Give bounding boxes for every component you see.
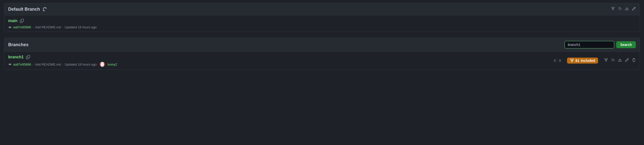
branch1-updated: Updated 18 hours ago [65,62,97,66]
default-branch-label: Default Branch [8,7,40,12]
branch1-info: branch1 aa87e95886 · Add README.md · Upd… [8,54,554,67]
branch1-rss-icon[interactable] [611,58,615,63]
branch1-commit-hash[interactable]: aa87e95886 [13,62,31,66]
copy-branch-name-button[interactable] [19,18,25,24]
branches-title: Branches [8,42,28,48]
branches-header: Branches Search [4,38,640,52]
branch-search-container: Search [564,41,636,48]
branch1-download-icon[interactable] [618,58,622,63]
default-branch-section: Default Branch [4,3,640,32]
branch1-delete-icon[interactable] [632,58,636,63]
branch1-name[interactable]: branch1 [8,55,24,59]
branch1-author[interactable]: lunny2 [108,62,117,66]
edit-icon[interactable] [632,7,636,12]
branch1-ahead: 0 [554,58,556,62]
svg-point-3 [9,64,11,65]
default-branch-title: Default Branch [8,6,48,12]
main-commit-message: Add README.md [35,25,61,29]
included-count: 81 [576,58,580,62]
main-commit-sep: · [32,25,34,29]
lifebuoy-icon [100,62,105,67]
main-branch-top: main [8,18,636,24]
main-branch-info: main aa87e95886 · Add README.md · Update… [8,18,636,29]
branch1-edit-icon[interactable] [625,58,629,63]
branches-label: Branches [8,42,28,48]
download-icon[interactable] [625,7,629,12]
branch1-top: branch1 [8,54,554,60]
branch1-commit-sep: · [32,62,34,66]
branch1-diverge-counts: 0 0 [554,58,561,63]
branches-section: Branches Search branch1 a [4,38,640,70]
included-fork-icon [570,58,574,62]
branch-search-input[interactable] [564,41,614,48]
branch1-commit-sep2: · [62,62,63,66]
branch1-actions [604,58,636,63]
main-branch-row: main aa87e95886 · Add README.md · Update… [4,16,640,32]
branch1-commit-message: Add README.md [35,62,61,66]
search-button[interactable]: Search [616,41,636,48]
refresh-button[interactable] [42,6,48,12]
main-branch-name[interactable]: main [8,18,18,23]
included-label: Included [581,58,595,62]
refresh-icon [43,7,47,11]
rss-icon[interactable] [618,7,622,12]
avatar [100,62,105,67]
main-updated: Updated 18 hours ago [65,25,97,29]
svg-point-0 [9,26,11,28]
default-branch-header: Default Branch [4,3,640,16]
branch1-meta: aa87e95886 · Add README.md · Updated 18 … [8,62,554,67]
main-commit-sep2: · [62,25,63,29]
copy-branch1-name-button[interactable] [25,54,31,60]
branch1-behind: 0 [559,58,561,62]
copy-branch1-icon [26,55,30,59]
main-branch-meta: aa87e95886 · Add README.md · Updated 18 … [8,25,636,29]
copy-icon [20,19,24,23]
branch1-row: branch1 aa87e95886 · Add README.md · Upd… [4,52,640,70]
branch1-commit-dot-icon [8,62,12,66]
main-commit-hash[interactable]: aa87e95886 [13,25,31,29]
default-branch-actions [611,7,636,12]
fork-icon[interactable] [611,7,615,12]
svg-point-8 [101,63,104,66]
included-badge: 81 Included [567,58,598,64]
branch1-fork-icon[interactable] [604,58,608,63]
commit-dot-icon [8,26,12,29]
diverge-separator [557,58,558,63]
